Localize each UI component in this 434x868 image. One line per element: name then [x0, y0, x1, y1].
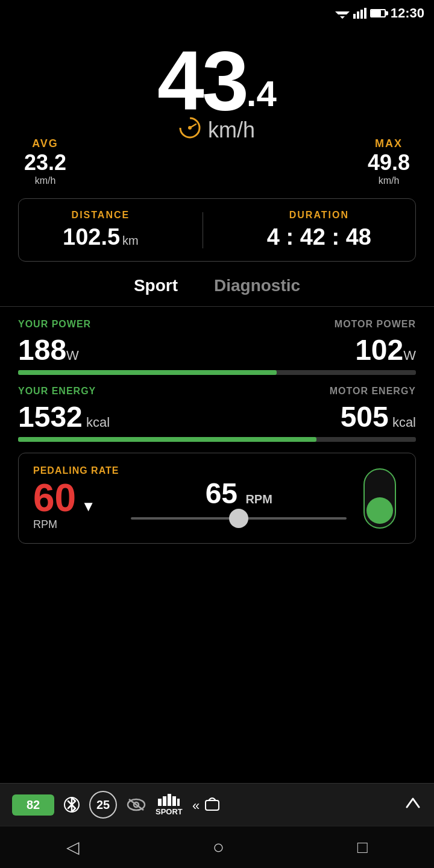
power-progress-fill	[18, 370, 277, 375]
power-section: YOUR POWER MOTOR POWER 188W 102W	[18, 319, 416, 375]
tab-sport[interactable]: Sport	[134, 274, 178, 298]
your-energy-value: 1532 kcal	[18, 400, 110, 433]
slider-thumb[interactable]	[229, 509, 248, 528]
speed-unit-row: km/h	[12, 117, 422, 143]
bottom-battery: 82	[12, 794, 54, 816]
pedaling-slider[interactable]	[131, 517, 347, 520]
power-labels-row: YOUR POWER MOTOR POWER	[18, 319, 416, 330]
pedaling-right	[359, 468, 401, 529]
status-time: 12:30	[391, 5, 424, 21]
duration-item: DURATION 4 : 42 : 48	[267, 210, 371, 250]
distance-value: 102.5km	[63, 224, 139, 250]
max-unit: km/h	[368, 175, 410, 186]
energy-progress-fill	[18, 437, 316, 442]
pedaling-rpm-label: RPM	[33, 518, 119, 531]
energy-labels-row: YOUR ENERGY MOTOR ENERGY	[18, 386, 416, 397]
info-box: DISTANCE 102.5km DURATION 4 : 42 : 48	[18, 198, 416, 262]
tab-diagnostic[interactable]: Diagnostic	[214, 274, 300, 298]
svg-rect-4	[357, 11, 359, 19]
pedaling-target-value: 65 RPM	[131, 477, 347, 510]
svg-rect-16	[168, 794, 171, 806]
battery-icon	[370, 9, 386, 17]
svg-rect-6	[364, 8, 366, 19]
svg-rect-20	[206, 800, 219, 810]
energy-progress-bg	[18, 437, 416, 442]
assist-level-value: 25	[96, 798, 110, 812]
speed-display: 43.4 km/h	[0, 27, 434, 149]
toggle-knob	[366, 497, 393, 524]
motor-power-label: MOTOR POWER	[335, 319, 416, 330]
visibility-icon[interactable]	[127, 798, 146, 811]
motor-energy-value: 505 kcal	[341, 400, 416, 433]
sport-content: YOUR POWER MOTOR POWER 188W 102W YOUR EN…	[0, 307, 434, 556]
status-bar: 12:30	[0, 0, 434, 27]
pedaling-left: PEDALING RATE 60 ▼ RPM	[33, 465, 119, 531]
home-button[interactable]: ○	[213, 836, 224, 858]
your-energy-label: YOUR ENERGY	[18, 386, 96, 397]
motor-energy-label: MOTOR ENERGY	[330, 386, 416, 397]
speedometer-icon	[179, 117, 201, 143]
svg-line-9	[190, 124, 196, 128]
android-nav-bar: ◁ ○ □	[0, 826, 434, 868]
svg-rect-5	[360, 10, 363, 19]
avg-value: 23.2	[24, 150, 66, 175]
distance-label: DISTANCE	[63, 210, 139, 221]
svg-rect-18	[177, 799, 180, 806]
svg-rect-14	[158, 799, 162, 806]
recent-button[interactable]: □	[357, 838, 368, 857]
slider-track	[131, 517, 347, 520]
your-power-label: YOUR POWER	[18, 319, 91, 330]
sport-mode-indicator[interactable]: SPORT	[156, 794, 183, 816]
speed-unit: km/h	[208, 118, 255, 143]
wifi-icon	[335, 8, 350, 19]
svg-rect-17	[172, 796, 176, 806]
max-value: 49.8	[368, 150, 410, 175]
status-icons	[335, 8, 386, 19]
bottom-bar: 82 25 SPORT «	[0, 783, 434, 826]
distance-item: DISTANCE 102.5km	[63, 210, 139, 250]
motor-power-value: 102W	[355, 333, 416, 366]
pedaling-center: 65 RPM	[131, 477, 347, 520]
info-divider	[203, 212, 203, 248]
pedaling-box: PEDALING RATE 60 ▼ RPM 65 RPM	[18, 453, 416, 544]
duration-label: DURATION	[267, 210, 371, 221]
svg-rect-3	[353, 14, 356, 19]
svg-text:«: «	[192, 798, 200, 813]
pedaling-current-row: 60 ▼	[33, 479, 119, 517]
svg-rect-15	[163, 796, 166, 806]
duration-value: 4 : 42 : 48	[267, 224, 371, 250]
energy-section: YOUR ENERGY MOTOR ENERGY 1532 kcal 505 k…	[18, 386, 416, 442]
speed-decimal: .4	[247, 74, 277, 114]
toggle-switch[interactable]	[363, 468, 396, 529]
power-values-row: 188W 102W	[18, 333, 416, 366]
svg-marker-2	[340, 16, 345, 19]
pedaling-current-value: 60	[33, 476, 76, 520]
lock-icon[interactable]: «	[192, 796, 222, 814]
energy-values-row: 1532 kcal 505 kcal	[18, 400, 416, 433]
back-button[interactable]: ◁	[66, 837, 80, 857]
signal-icon	[353, 8, 366, 19]
your-power-value: 188W	[18, 333, 79, 366]
avg-unit: km/h	[24, 175, 66, 186]
pedaling-arrow-icon: ▼	[81, 498, 96, 514]
assist-level-badge[interactable]: 25	[89, 791, 117, 819]
tabs-row: Sport Diagnostic	[0, 274, 434, 307]
speed-main-value: 43	[157, 33, 247, 128]
sport-mode-label: SPORT	[156, 807, 183, 816]
power-progress-bg	[18, 370, 416, 375]
bluetooth-icon[interactable]	[64, 797, 80, 813]
chevron-up-icon[interactable]	[404, 794, 422, 816]
pedaling-label: PEDALING RATE	[33, 465, 119, 476]
